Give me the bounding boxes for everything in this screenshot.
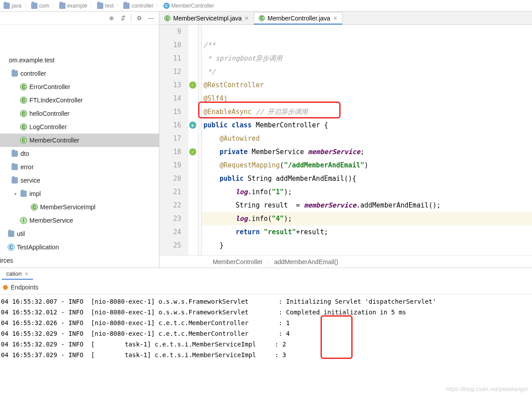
project-toolbar: ⊕ ⇵ ⚙ — (0, 12, 159, 25)
tree-folder-controller[interactable]: controller (0, 67, 159, 80)
log-line: 04 16:55:37.029 - INFO [ task-1] c.e.t.s… (1, 350, 531, 360)
tree-folder-service[interactable]: service (0, 174, 159, 187)
tree-class-testapplication[interactable]: C TestApplication (0, 240, 159, 254)
folder-icon (97, 3, 103, 9)
folder-icon (4, 3, 10, 9)
editor-tabs: C MemberServiceImpl.java ✕ C MemberContr… (159, 12, 532, 25)
log-line: 04 16:55:32.012 - INFO [nio-8080-exec-1]… (1, 307, 531, 318)
tree-class-membercontroller[interactable]: C MemberController (0, 134, 159, 147)
class-icon: C (20, 97, 27, 104)
gutter-annotations: ✓ ◐ ✓ (188, 25, 198, 255)
class-icon: C (164, 15, 171, 21)
tree-folder-resources[interactable]: irces (0, 254, 159, 267)
endpoints-icon: ⬣ (3, 284, 8, 291)
chevron-right-icon: 〉 (24, 3, 28, 9)
folder-icon (31, 3, 37, 9)
folder-icon (59, 3, 65, 9)
endpoints-tab[interactable]: ⬣ Endpoints (0, 280, 532, 294)
log-line: 04 16:55:32.026 - INFO [nio-8080-exec-1]… (1, 318, 531, 328)
gear-icon[interactable]: ⚙ (135, 14, 144, 23)
locate-icon[interactable]: ⊕ (107, 14, 116, 23)
spring-bean-icon[interactable]: ✓ (189, 81, 196, 89)
spring-bean-icon[interactable]: ✓ (189, 148, 196, 155)
tree-class-hellocontroller[interactable]: C helloController (0, 107, 159, 120)
breadcrumb: java 〉 com 〉 example 〉 test 〉 controller… (0, 0, 532, 12)
tab-application[interactable]: cation✕ (2, 269, 33, 280)
collapse-icon[interactable]: ⇵ (118, 14, 127, 23)
project-tree[interactable]: om.example.test controller C ErrorContro… (0, 25, 159, 268)
code-editor[interactable]: 9 10 11 12 13 14 15 16 17 18 19 20 21 22… (159, 25, 532, 255)
folder-icon (20, 191, 27, 197)
spring-leaf-icon[interactable]: ◐ (189, 122, 196, 129)
folder-icon (12, 177, 18, 183)
class-icon: C (20, 110, 27, 117)
tab-memberserviceimpl[interactable]: C MemberServiceImpl.java ✕ (159, 12, 254, 24)
interface-icon: I (20, 217, 27, 224)
chevron-down-icon: ▾ (12, 191, 18, 196)
watermark: https://blog.csdn.net/yejialiangzi (446, 386, 528, 392)
folder-icon (12, 151, 18, 157)
tree-class-errorcontroller[interactable]: C ErrorController (0, 80, 159, 94)
tool-window-tabs: cation✕ (0, 268, 532, 280)
editor-panel: C MemberServiceImpl.java ✕ C MemberContr… (159, 12, 532, 268)
chevron-right-icon: 〉 (116, 3, 121, 9)
folder-icon (8, 231, 14, 237)
breadcrumb-item[interactable]: java (4, 3, 21, 9)
folder-icon (12, 70, 18, 77)
log-line: 04 16:55:32.007 - INFO [nio-8080-exec-1]… (1, 296, 531, 307)
class-icon: C (259, 15, 265, 21)
crumb-method[interactable]: addMemberAndEmail() (274, 258, 338, 265)
log-line: 04 16:55:32.029 - INFO [nio-8080-exec-1]… (1, 328, 531, 339)
close-icon[interactable]: ✕ (333, 15, 337, 21)
chevron-right-icon: 〉 (156, 3, 161, 9)
class-icon: C (20, 123, 27, 130)
class-icon: C (31, 204, 38, 211)
chevron-right-icon: 〉 (52, 3, 57, 9)
crumb-class[interactable]: MemberController (213, 258, 263, 265)
tree-folder-error[interactable]: error (0, 160, 159, 174)
folder-icon (123, 3, 130, 9)
tree-class-logcontroller[interactable]: C LogController (0, 120, 159, 134)
chevron-right-icon: 〉 (266, 259, 271, 265)
breadcrumb-item[interactable]: test (97, 3, 114, 9)
class-icon: C (20, 137, 27, 144)
breadcrumb-item[interactable]: controller (123, 3, 153, 9)
tree-folder-util[interactable]: util (0, 227, 159, 240)
tree-class-ftlindexcontroller[interactable]: C FTLIndexController (0, 94, 159, 107)
class-icon: C (20, 83, 27, 90)
breadcrumb-item[interactable]: CMemberController (163, 3, 214, 9)
separator (131, 14, 131, 22)
log-line: 04 16:55:32.029 - INFO [ task-1] c.e.t.s… (1, 339, 531, 350)
folder-icon (12, 164, 18, 170)
class-icon: C (8, 244, 15, 251)
breadcrumb-item[interactable]: com (31, 3, 49, 9)
close-icon[interactable]: ✕ (244, 15, 249, 21)
tree-folder-impl[interactable]: ▾ impl (0, 187, 159, 200)
close-icon[interactable]: ✕ (24, 271, 28, 277)
tree-package[interactable]: om.example.test (0, 53, 159, 67)
fold-region[interactable] (198, 25, 202, 255)
line-gutter: 9 10 11 12 13 14 15 16 17 18 19 20 21 22… (159, 25, 188, 255)
class-icon: C (163, 3, 170, 9)
code-content[interactable]: /** * springboot异步调用 */ @RestController … (202, 25, 532, 255)
project-panel: ⊕ ⇵ ⚙ — om.example.test controller C Err… (0, 12, 159, 268)
tree-interface-memberservice[interactable]: I MemberService (0, 214, 159, 227)
navigation-crumb: MemberController 〉 addMemberAndEmail() (159, 255, 532, 268)
tree-folder-dto[interactable]: dto (0, 147, 159, 160)
console-output[interactable]: 04 16:55:32.007 - INFO [nio-8080-exec-1]… (0, 294, 532, 362)
tree-class-memberserviceimpl[interactable]: C MemberServiceImpl (0, 200, 159, 214)
breadcrumb-item[interactable]: example (59, 3, 87, 9)
tab-membercontroller[interactable]: C MemberController.java ✕ (254, 12, 342, 24)
chevron-right-icon: 〉 (90, 3, 94, 9)
minimize-icon[interactable]: — (146, 14, 155, 23)
